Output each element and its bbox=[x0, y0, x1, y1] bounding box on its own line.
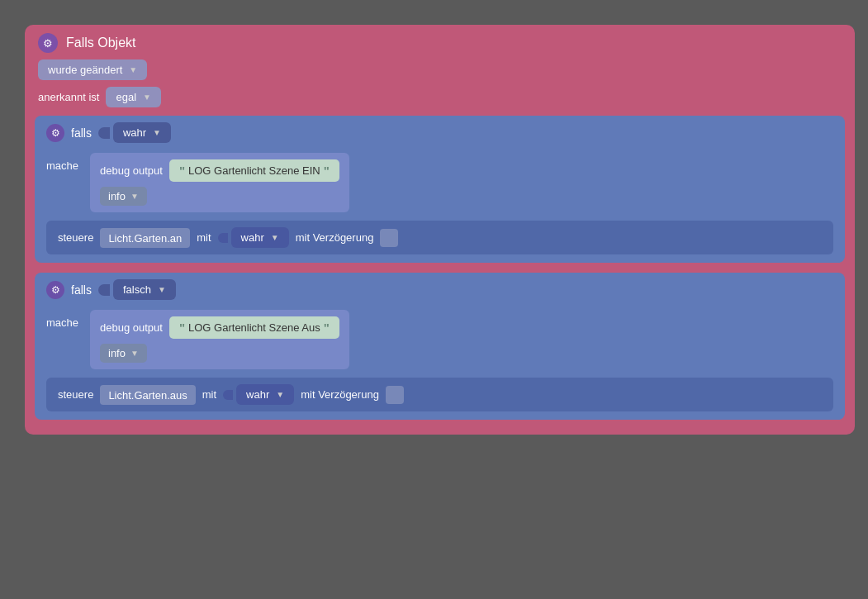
steuere-1-wert: wahr bbox=[241, 231, 264, 244]
mit-verzogerung-label-1: mit Verzögerung bbox=[296, 231, 374, 244]
steuere-1-wert-arrow: ▼ bbox=[271, 233, 279, 242]
steuere-1-notch bbox=[218, 233, 228, 243]
steuere-label-2: steuere bbox=[58, 388, 93, 401]
falls-objekt-block: ⚙ Falls Objekt wurde geändert ▼ anerkann… bbox=[25, 25, 855, 435]
debug-2-top-row: debug output " LOG Gartenlicht Szene Aus… bbox=[100, 316, 339, 339]
string-quote-close-1: " bbox=[324, 164, 330, 178]
wurde-geandert-arrow: ▼ bbox=[129, 65, 137, 74]
verzogerung-checkbox-2[interactable] bbox=[386, 386, 404, 404]
mit-verzogerung-label-2: mit Verzögerung bbox=[301, 388, 379, 401]
falls-2-notch bbox=[98, 284, 110, 296]
verzogerung-checkbox-1[interactable] bbox=[380, 229, 398, 247]
steuere-label-1: steuere bbox=[58, 231, 93, 244]
log-text-2: LOG Gartenlicht Szene Aus bbox=[188, 321, 320, 334]
falls-1-gear-icon: ⚙ bbox=[46, 124, 64, 142]
falls-1-wahr-dropdown[interactable]: wahr ▼ bbox=[113, 122, 171, 143]
falls-1-notch bbox=[98, 127, 110, 139]
wurde-geandert-dropdown[interactable]: wurde geändert ▼ bbox=[38, 59, 147, 80]
falls-1-mache-label: mache bbox=[46, 153, 83, 172]
workspace: Objekt ID Szene_ueber_iobroker ⚙ Falls O… bbox=[0, 0, 868, 599]
log-string-block-1[interactable]: " LOG Gartenlicht Szene EIN " bbox=[169, 159, 339, 182]
info-label-1: info bbox=[108, 190, 126, 202]
falls-2-gear-icon: ⚙ bbox=[46, 281, 64, 299]
falls-2-condition: falsch bbox=[123, 283, 151, 296]
info-dropdown-1[interactable]: info ▼ bbox=[100, 187, 147, 206]
info-dropdown-2[interactable]: info ▼ bbox=[100, 344, 147, 363]
falls-1-mache-row: mache debug output " LOG Gartenlicht Sze… bbox=[35, 150, 845, 216]
steuere-2-notch bbox=[223, 390, 233, 400]
falls-2-condition-arrow: ▼ bbox=[158, 285, 166, 294]
log-string-block-2[interactable]: " LOG Gartenlicht Szene Aus " bbox=[169, 316, 339, 339]
inner-blocks-container: ⚙ falls wahr ▼ mache deb bbox=[35, 116, 845, 420]
falls-2-mache-row: mache debug output " LOG Gartenlicht Sze… bbox=[35, 307, 845, 373]
falls-2-mache-label: mache bbox=[46, 310, 83, 329]
debug-block-2: debug output " LOG Gartenlicht Szene Aus… bbox=[90, 310, 349, 369]
log-text-1: LOG Gartenlicht Szene EIN bbox=[188, 164, 320, 177]
falls-block-1: ⚙ falls wahr ▼ mache deb bbox=[35, 116, 845, 263]
anerkannt-row: anerkannt ist egal ▼ bbox=[25, 83, 855, 116]
falls-1-label: falls bbox=[71, 126, 92, 140]
string-quote-open-1: " bbox=[179, 164, 185, 178]
debug-1-top-row: debug output " LOG Gartenlicht Szene EIN… bbox=[100, 159, 339, 182]
egal-dropdown[interactable]: egal ▼ bbox=[106, 87, 160, 107]
wurde-geandert-row: wurde geändert ▼ bbox=[25, 58, 855, 83]
info-arrow-2: ▼ bbox=[130, 349, 139, 358]
debug-1-label: debug output bbox=[100, 164, 163, 177]
debug-block-1: debug output " LOG Gartenlicht Szene EIN… bbox=[90, 153, 349, 212]
falls-1-condition: wahr bbox=[123, 126, 146, 139]
steuere-1-wert-dropdown[interactable]: wahr ▼ bbox=[231, 227, 289, 248]
object-name-1[interactable]: Licht.Garten.an bbox=[100, 228, 190, 248]
object-name-2[interactable]: Licht.Garten.aus bbox=[100, 385, 195, 405]
falls-block-2: ⚙ falls falsch ▼ mache d bbox=[35, 273, 845, 420]
egal-arrow: ▼ bbox=[143, 93, 151, 102]
mit-label-2: mit bbox=[202, 388, 216, 401]
info-arrow-1: ▼ bbox=[130, 192, 139, 201]
falls-block-1-header: ⚙ falls wahr ▼ bbox=[35, 116, 845, 150]
steuere-row-1: steuere Licht.Garten.an mit wahr ▼ mit V… bbox=[46, 221, 833, 254]
falls-objekt-header: ⚙ Falls Objekt bbox=[25, 25, 855, 58]
steuere-2-wert-arrow: ▼ bbox=[276, 390, 284, 399]
debug-2-label: debug output bbox=[100, 321, 163, 334]
wurde-geandert-label: wurde geändert bbox=[48, 64, 122, 76]
falls-1-condition-arrow: ▼ bbox=[153, 128, 161, 137]
egal-value: egal bbox=[116, 91, 136, 103]
steuere-row-2: steuere Licht.Garten.aus mit wahr ▼ mit … bbox=[46, 378, 833, 411]
string-quote-close-2: " bbox=[324, 321, 330, 335]
info-label-2: info bbox=[108, 347, 126, 359]
falls-objekt-gear-icon: ⚙ bbox=[38, 33, 58, 53]
steuere-2-wert: wahr bbox=[246, 388, 269, 401]
falls-2-falsch-dropdown[interactable]: falsch ▼ bbox=[113, 279, 176, 300]
falls-2-label: falls bbox=[71, 283, 92, 297]
anerkannt-label: anerkannt ist bbox=[38, 91, 99, 103]
steuere-2-wert-dropdown[interactable]: wahr ▼ bbox=[236, 384, 294, 405]
mit-label-1: mit bbox=[197, 231, 211, 244]
string-quote-open-2: " bbox=[179, 321, 185, 335]
falls-objekt-title: Falls Objekt bbox=[66, 36, 135, 50]
falls-block-2-header: ⚙ falls falsch ▼ bbox=[35, 273, 845, 307]
